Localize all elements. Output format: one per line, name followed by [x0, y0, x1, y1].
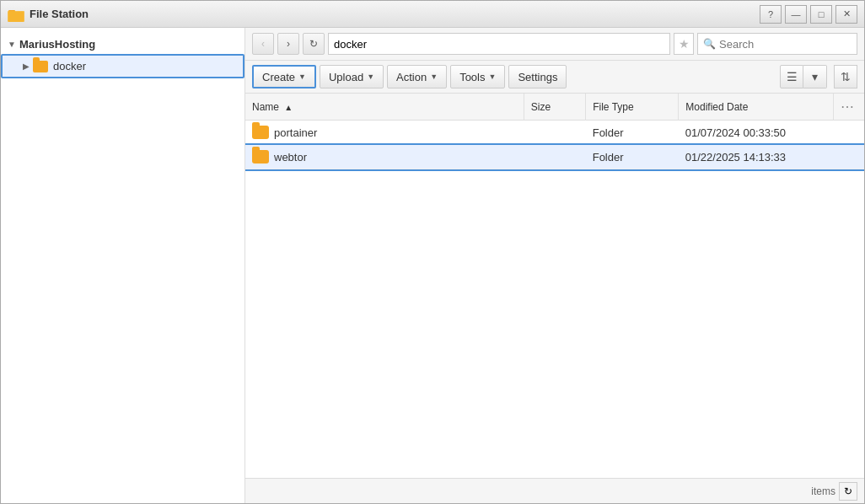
folder-icon — [252, 126, 269, 139]
close-button[interactable]: ✕ — [835, 5, 857, 24]
file-station-window: File Station ? — □ ✕ ▼ MariusHosting ▶ d… — [0, 0, 865, 504]
upload-label: Upload — [329, 71, 363, 83]
file-size — [524, 121, 585, 145]
col-header-type[interactable]: File Type — [586, 94, 679, 121]
view-controls: ☰ ▾ — [780, 65, 827, 88]
file-size — [524, 145, 585, 169]
back-button[interactable]: ‹ — [252, 33, 274, 55]
refresh-button[interactable]: ↻ — [303, 33, 325, 55]
toolbar: Create ▼ Upload ▼ Action ▼ Tools ▼ Setti… — [245, 61, 864, 94]
col-header-more: ⋯ — [833, 94, 864, 121]
window-controls: ? — □ ✕ — [760, 5, 857, 24]
search-input[interactable] — [719, 38, 837, 51]
maximize-button[interactable]: □ — [810, 5, 832, 24]
view-dropdown-icon: ▾ — [812, 70, 818, 83]
right-panel: ‹ › ↻ ★ 🔍 Create ▼ Upload — [245, 28, 864, 503]
file-more — [833, 121, 864, 145]
file-modified: 01/07/2024 00:33:50 — [679, 121, 834, 145]
file-type: Folder — [586, 145, 679, 169]
file-more — [833, 145, 864, 169]
search-icon: 🔍 — [703, 38, 716, 50]
sidebar: ▼ MariusHosting ▶ docker — [1, 28, 245, 503]
tools-button[interactable]: Tools ▼ — [450, 65, 505, 88]
file-list: Name ▲ Size File Type Modified Date — [245, 94, 864, 478]
host-arrow-icon: ▼ — [8, 40, 16, 49]
status-refresh-button[interactable]: ↻ — [839, 482, 857, 501]
folder-icon — [33, 61, 48, 72]
create-label: Create — [262, 71, 295, 83]
action-button[interactable]: Action ▼ — [387, 65, 447, 88]
list-view-button[interactable]: ☰ — [780, 65, 803, 88]
col-header-size[interactable]: Size — [524, 94, 585, 121]
tools-label: Tools — [459, 71, 485, 83]
sidebar-host[interactable]: ▼ MariusHosting — [1, 35, 244, 54]
table-row[interactable]: webtor Folder 01/22/2025 14:13:33 — [245, 145, 864, 169]
sidebar-tree: ▼ MariusHosting ▶ docker — [1, 28, 244, 85]
upload-button[interactable]: Upload ▼ — [320, 65, 384, 88]
item-arrow-icon: ▶ — [23, 62, 30, 71]
file-name: webtor — [274, 151, 307, 164]
sidebar-item-docker[interactable]: ▶ docker — [1, 54, 244, 78]
file-table: Name ▲ Size File Type Modified Date — [245, 94, 864, 169]
sidebar-item-label: docker — [53, 60, 86, 72]
status-bar: items ↻ — [245, 478, 864, 503]
favorite-button[interactable]: ★ — [674, 33, 694, 55]
address-bar: ‹ › ↻ ★ 🔍 — [245, 28, 864, 61]
file-name: portainer — [274, 126, 317, 139]
minimize-button[interactable]: — — [785, 5, 807, 24]
app-icon — [8, 6, 24, 23]
app-title: File Station — [30, 8, 760, 20]
forward-button[interactable]: › — [277, 33, 299, 55]
table-header-row: Name ▲ Size File Type Modified Date — [245, 94, 864, 121]
main-content: ▼ MariusHosting ▶ docker ‹ › ↻ ★ — [1, 28, 864, 503]
file-name-cell: webtor — [245, 145, 524, 169]
file-name-cell: portainer — [245, 121, 524, 145]
folder-icon — [252, 150, 269, 164]
tools-dropdown-arrow: ▼ — [489, 72, 497, 81]
name-sort-arrow: ▲ — [284, 103, 293, 112]
action-label: Action — [396, 71, 427, 83]
settings-button[interactable]: Settings — [508, 65, 567, 88]
list-view-icon: ☰ — [787, 70, 798, 83]
host-label: MariusHosting — [19, 38, 95, 51]
col-header-name[interactable]: Name ▲ — [245, 94, 524, 121]
sort-button[interactable]: ⇅ — [834, 65, 857, 88]
search-box: 🔍 — [697, 33, 857, 55]
sort-icon: ⇅ — [841, 70, 851, 83]
status-items-label: items — [811, 485, 835, 497]
svg-rect-2 — [8, 11, 24, 22]
col-header-modified[interactable]: Modified Date — [679, 94, 834, 121]
address-input[interactable] — [328, 33, 670, 55]
file-type: Folder — [586, 121, 679, 145]
action-dropdown-arrow: ▼ — [430, 72, 438, 81]
create-dropdown-arrow: ▼ — [298, 72, 306, 81]
star-icon: ★ — [679, 37, 690, 51]
column-more-icon[interactable]: ⋯ — [841, 99, 854, 114]
help-button[interactable]: ? — [760, 5, 782, 24]
view-dropdown-button[interactable]: ▾ — [803, 65, 827, 88]
file-modified: 01/22/2025 14:13:33 — [679, 145, 834, 169]
create-button[interactable]: Create ▼ — [252, 65, 316, 88]
settings-label: Settings — [518, 71, 557, 83]
title-bar: File Station ? — □ ✕ — [1, 1, 864, 28]
upload-dropdown-arrow: ▼ — [367, 72, 374, 81]
table-row[interactable]: portainer Folder 01/07/2024 00:33:50 — [245, 121, 864, 145]
